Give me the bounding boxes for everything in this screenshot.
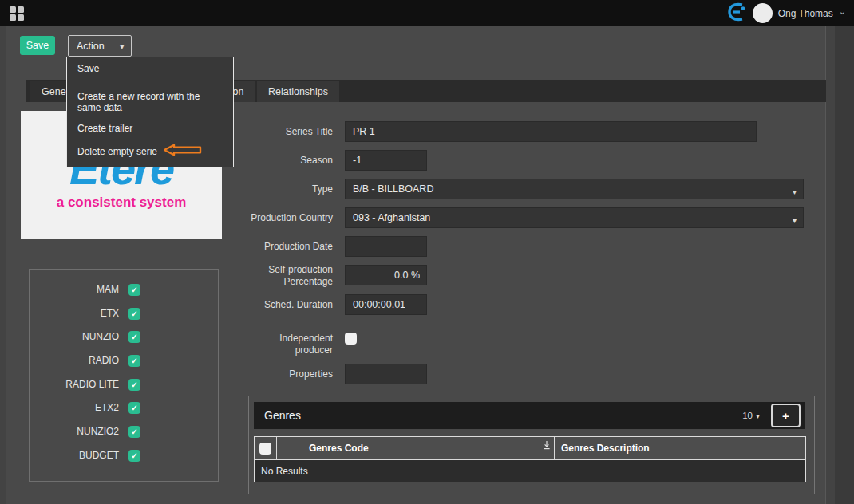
genres-table-header: Genres Code Genres Description: [255, 437, 805, 459]
module-row: NUNZIO2: [30, 426, 218, 438]
module-row: BUDGET: [30, 450, 218, 462]
brand-tagline: a consistent system: [57, 195, 187, 211]
menu-item-create-new-record[interactable]: Create a new record with the same data: [67, 86, 233, 118]
add-genre-button[interactable]: +: [771, 404, 801, 427]
column-label: Genres Description: [561, 443, 650, 454]
action-dropdown-menu: Save Create a new record with the same d…: [66, 57, 234, 167]
independent-producer-checkbox[interactable]: [345, 333, 357, 345]
checkbox-checked-icon[interactable]: [128, 426, 140, 438]
sched-duration-input[interactable]: [345, 294, 427, 315]
module-row: RADIO LITE: [30, 379, 218, 391]
field-label: Production Date: [245, 241, 333, 253]
module-label: BUDGET: [30, 450, 119, 462]
production-country-select[interactable]: 093 - Afghanistan: [345, 207, 804, 228]
field-label: Sched. Duration: [245, 299, 333, 311]
module-row: MAM: [30, 284, 218, 296]
action-caret-button[interactable]: [113, 36, 131, 56]
grid-square: [10, 6, 16, 13]
module-label: ETX: [30, 308, 119, 320]
module-row: ETX2: [30, 402, 218, 414]
module-label: NUNZIO2: [30, 426, 119, 438]
field-label: Season: [245, 155, 333, 167]
series-title-input[interactable]: [345, 121, 757, 142]
header-genres-description[interactable]: Genres Description: [555, 437, 805, 459]
module-row: RADIO: [30, 355, 218, 367]
chevron-down-icon: [793, 186, 797, 197]
action-split-button: Action: [68, 35, 132, 57]
grid-square: [10, 14, 16, 21]
avatar[interactable]: [753, 3, 773, 23]
page-size-select[interactable]: 10: [742, 411, 760, 420]
module-label: RADIO LITE: [30, 379, 119, 391]
module-label: NUNZIO: [30, 331, 119, 343]
menu-item-delete-empty-serie[interactable]: Delete empty serie: [67, 139, 233, 163]
season-input[interactable]: [345, 150, 427, 171]
chevron-down-icon: [120, 41, 124, 52]
type-select[interactable]: B/B - BILLBOARD: [345, 179, 804, 199]
menu-item-label: Delete empty serie: [77, 146, 157, 157]
right-margin: [835, 26, 854, 504]
top-bar: Ong Thomas ⌄: [0, 0, 854, 26]
modules-panel: MAM ETX NUNZIO RADIO RADIO LITE ETX2 NUN…: [29, 269, 219, 482]
field-label: Type: [245, 183, 333, 195]
user-name[interactable]: Ong Thomas: [778, 8, 833, 19]
self-production-input[interactable]: [345, 265, 427, 285]
module-label: ETX2: [30, 402, 119, 414]
checkbox-checked-icon[interactable]: [128, 450, 140, 462]
genres-header: Genres 10 +: [254, 402, 805, 429]
tab-relationships[interactable]: Relationships: [257, 81, 339, 102]
checkbox-checked-icon[interactable]: [128, 379, 140, 391]
header-genres-code[interactable]: Genres Code: [302, 437, 555, 459]
grid-square: [18, 14, 24, 21]
checkbox-checked-icon[interactable]: [128, 284, 140, 296]
genres-empty-row: No Results: [255, 459, 805, 482]
field-label: Properties: [245, 368, 333, 380]
chevron-down-icon[interactable]: ⌄: [839, 6, 846, 17]
module-row: NUNZIO: [30, 331, 218, 343]
type-select-value: B/B - BILLBOARD: [353, 183, 433, 195]
menu-item-create-trailer[interactable]: Create trailer: [67, 118, 233, 139]
production-date-input[interactable]: [345, 236, 427, 257]
field-label: Self-production Percentage: [245, 264, 333, 288]
field-label: Series Title: [245, 126, 333, 138]
app-window: Ong Thomas ⌄ Save Action General Distrib…: [0, 0, 854, 504]
production-country-value: 093 - Afghanistan: [353, 212, 430, 223]
properties-input[interactable]: [345, 364, 427, 384]
header-checkbox-cell: [255, 437, 277, 459]
module-label: RADIO: [30, 355, 119, 367]
chevron-down-icon: [793, 215, 797, 226]
checkbox-checked-icon[interactable]: [128, 355, 140, 367]
genres-table: Genres Code Genres Description No Result…: [254, 436, 806, 482]
app-grid-icon[interactable]: [10, 6, 26, 22]
checkbox-checked-icon[interactable]: [128, 308, 140, 320]
save-button[interactable]: Save: [20, 36, 55, 55]
genres-title: Genres: [264, 409, 301, 422]
annotation-arrow-icon: [164, 144, 202, 159]
checkbox-checked-icon[interactable]: [128, 402, 140, 414]
etere-mark-icon: [726, 2, 747, 25]
chevron-down-icon: [756, 411, 760, 420]
field-label: Independent producer: [245, 333, 333, 356]
header-spacer-cell: [277, 437, 302, 459]
action-button[interactable]: Action: [69, 36, 113, 56]
page-size-value: 10: [742, 411, 753, 420]
select-all-checkbox[interactable]: [259, 443, 271, 455]
module-row: ETX: [30, 308, 218, 320]
sort-icon[interactable]: [543, 439, 551, 453]
grid-square: [18, 6, 24, 13]
field-label: Production Country: [245, 212, 333, 224]
checkbox-checked-icon[interactable]: [128, 331, 140, 343]
user-area: Ong Thomas ⌄: [726, 0, 846, 26]
module-label: MAM: [30, 284, 119, 296]
column-label: Genres Code: [309, 443, 369, 454]
menu-item-save[interactable]: Save: [67, 57, 233, 81]
no-results-text: No Results: [255, 466, 308, 477]
menu-separator: [67, 81, 233, 81]
